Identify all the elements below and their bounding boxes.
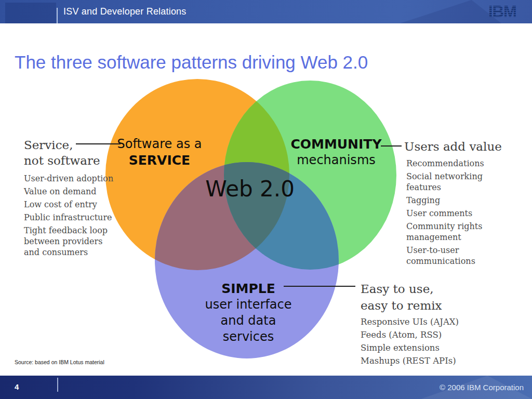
list-item: Simple extensions — [361, 343, 483, 353]
list-item: Value on demand — [24, 186, 118, 197]
list-item: Tight feedback loop between providers an… — [24, 225, 118, 258]
list-item: Feeds (Atom, RSS) — [361, 330, 483, 340]
annotation-simple-heading-line1: Easy to use, — [361, 281, 483, 297]
simple-circle-label: SIMPLE user interface and data services — [193, 281, 304, 345]
annotation-service-heading-line2: not software — [24, 153, 118, 168]
annotation-service-heading: Service, not software — [24, 137, 118, 168]
annotation-community: Users add value Recommendations Social n… — [404, 139, 518, 269]
connector-community — [381, 145, 402, 147]
source-note: Source: based on IBM Lotus material — [15, 359, 104, 365]
annotation-simple: Easy to use, easy to remix Responsive UI… — [361, 281, 483, 369]
slide: ISV and Developer Relations IBM The thre… — [0, 0, 532, 399]
page-number: 4 — [15, 382, 19, 391]
footer-separator — [57, 378, 58, 392]
list-item: Public infrastructure — [24, 212, 118, 223]
service-label-line1: Software as a — [104, 136, 215, 152]
copyright-text: © 2006 IBM Corporation — [440, 383, 524, 392]
list-item: Tagging — [406, 195, 503, 206]
center-label: Web 2.0 — [196, 177, 303, 202]
annotation-service-list: User-driven adoption Value on demand Low… — [24, 173, 118, 258]
annotation-simple-heading-line2: easy to remix — [361, 297, 483, 314]
annotation-service-heading-line1: Service, — [24, 137, 118, 153]
community-label-line1: COMMUNITY — [280, 136, 393, 152]
service-circle-label: Software as a SERVICE — [104, 136, 215, 168]
list-item: Mashups (REST APIs) — [361, 356, 483, 366]
community-label-line2: mechanisms — [280, 152, 393, 168]
footer-bar: 4 © 2006 IBM Corporation — [0, 376, 532, 399]
annotation-service: Service, not software User-driven adopti… — [24, 137, 118, 260]
list-item: Low cost of entry — [24, 199, 118, 210]
annotation-community-list: Recommendations Social networking featur… — [406, 158, 503, 267]
list-item: Recommendations — [406, 158, 503, 169]
community-circle-label: COMMUNITY mechanisms — [280, 136, 393, 168]
list-item: User-driven adoption — [24, 173, 118, 184]
list-item: User comments — [406, 208, 503, 219]
list-item: Responsive UIs (AJAX) — [361, 317, 483, 327]
connector-simple — [284, 286, 355, 287]
annotation-simple-heading: Easy to use, easy to remix — [361, 281, 483, 314]
simple-label-line1: SIMPLE — [193, 281, 304, 297]
simple-label-line3: and data — [193, 313, 304, 329]
annotation-community-heading: Users add value — [404, 139, 518, 154]
list-item: Community rights management — [406, 221, 503, 243]
list-item: User-to-user communications — [406, 245, 503, 267]
simple-label-line4: services — [193, 329, 304, 345]
simple-label-line2: user interface — [193, 297, 304, 313]
service-label-line2: SERVICE — [104, 152, 215, 168]
list-item: Social networking features — [406, 171, 503, 193]
annotation-simple-list: Responsive UIs (AJAX) Feeds (Atom, RSS) … — [361, 317, 483, 366]
